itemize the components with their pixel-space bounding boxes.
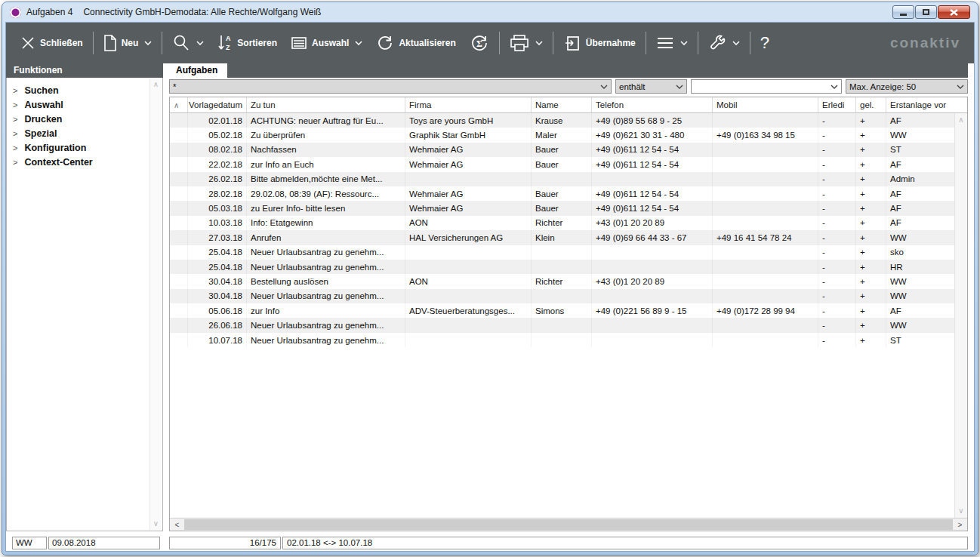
- screen: Aufgaben 4 Connectivity GmbH-Demodata: A…: [0, 0, 980, 557]
- table-row[interactable]: 25.04.18 Neuer Urlaubsantrag zu genehm..…: [170, 245, 954, 260]
- cell-zutun: Neuer Urlaubsantrag zu genehm...: [247, 333, 405, 347]
- horizontal-scroll-thumb[interactable]: [184, 519, 953, 530]
- search-filter-combo[interactable]: *: [169, 79, 612, 94]
- cell-firma: Toys are yours GmbH: [405, 113, 532, 128]
- sort-button[interactable]: AZ Sortieren: [211, 34, 284, 52]
- sidebar-scrollbar[interactable]: ∧ ∨: [149, 78, 162, 530]
- table-horizontal-scrollbar[interactable]: < >: [170, 518, 967, 531]
- scroll-up-icon[interactable]: ∧: [958, 116, 963, 124]
- column-header-mobil[interactable]: Mobil: [713, 97, 818, 112]
- cell-spacer: [170, 216, 188, 230]
- maximize-button[interactable]: [915, 5, 937, 19]
- sidebar-item-spezial[interactable]: > Spezial: [13, 126, 162, 140]
- table-row[interactable]: 08.02.18 Nachfassen Wehmaier AG Bauer +4…: [170, 143, 954, 157]
- cell-name: Bauer: [532, 201, 592, 215]
- takeover-button[interactable]: Übernahme: [556, 34, 643, 52]
- tab-aufgaben[interactable]: Aufgaben: [169, 63, 227, 78]
- minimize-button[interactable]: [892, 5, 914, 19]
- operator-combo[interactable]: enthält: [615, 79, 687, 94]
- cell-name: [532, 318, 592, 332]
- cell-firma: [405, 260, 532, 274]
- column-header-firma[interactable]: Firma: [405, 97, 532, 112]
- table-row[interactable]: 05.03.18 zu Eurer Info- bitte lesen Wehm…: [170, 201, 954, 215]
- cell-zutun: Neuer Urlaubsantrag zu genehm...: [247, 260, 405, 274]
- table-row[interactable]: 26.06.18 Neuer Urlaubsantrag zu genehm..…: [170, 318, 954, 332]
- sum-refresh-button[interactable]: Σ: [463, 33, 496, 53]
- column-header-gelesen[interactable]: gel.: [856, 97, 886, 112]
- column-header-name[interactable]: Name: [532, 97, 592, 112]
- sidebar-item-context-center[interactable]: > Context-Center: [13, 155, 162, 169]
- sidebar-item-drucken[interactable]: > Drucken: [13, 112, 162, 126]
- cell-firma: Wehmaier AG: [405, 143, 532, 157]
- sidebar-header: Funktionen: [6, 63, 163, 78]
- scroll-right-icon[interactable]: >: [953, 519, 967, 531]
- app-icon: [10, 7, 21, 18]
- cell-spacer: [170, 289, 188, 303]
- column-header-zutun[interactable]: Zu tun: [247, 97, 405, 112]
- table-vertical-scrollbar[interactable]: ∧ ∨: [954, 113, 967, 518]
- menu-button[interactable]: [649, 36, 695, 50]
- cell-firma: ADV-Steuerberatungsges...: [405, 303, 532, 318]
- selection-button[interactable]: Auswahl: [284, 35, 369, 51]
- filter-value-combo[interactable]: [691, 79, 842, 94]
- conaktiv-logo: conaktiv: [890, 35, 966, 51]
- table-row[interactable]: 27.03.18 Anrufen HAL Versicherungen AG K…: [170, 230, 954, 245]
- cell-firma: Wehmaier AG: [405, 157, 532, 171]
- column-header-telefon[interactable]: Telefon: [592, 97, 713, 112]
- scroll-left-icon[interactable]: <: [170, 519, 184, 531]
- printer-icon: [510, 34, 529, 52]
- max-display-combo[interactable]: Max. Anzeige: 50: [846, 79, 968, 94]
- cell-erledigt: -: [818, 303, 856, 318]
- cell-vorlagedatum: 22.02.18: [188, 157, 247, 171]
- tools-button[interactable]: [701, 34, 747, 52]
- chevron-right-icon: >: [13, 100, 17, 109]
- table-row[interactable]: 22.02.18 zur Info an Euch Wehmaier AG Ba…: [170, 157, 954, 171]
- cell-name: Krause: [532, 113, 592, 128]
- sidebar-item-konfiguration[interactable]: > Konfiguration: [13, 140, 162, 155]
- column-header-vorlagedatum[interactable]: Vorlagedatum: [188, 97, 247, 112]
- wrench-icon: [708, 34, 726, 52]
- sidebar-item-suchen[interactable]: > Suchen: [13, 83, 162, 97]
- scroll-up-icon[interactable]: ∧: [153, 81, 159, 88]
- new-button[interactable]: Neu: [97, 35, 159, 51]
- table-row[interactable]: 10.03.18 Info: Etatgewinn AON Richter +4…: [170, 216, 954, 230]
- scroll-down-icon[interactable]: ∨: [153, 520, 159, 528]
- close-window-button[interactable]: [938, 5, 970, 19]
- column-header-erledigt[interactable]: Erledi: [818, 97, 856, 112]
- help-button[interactable]: ?: [753, 33, 776, 53]
- search-button[interactable]: [165, 34, 211, 52]
- menu-icon: [656, 36, 674, 50]
- date-field[interactable]: 09.08.2018: [48, 537, 160, 549]
- column-header-erstanlage[interactable]: Erstanlage vor: [886, 97, 967, 112]
- table-row[interactable]: 28.02.18 29.02.08, 08:39 (AF): Ressourc.…: [170, 186, 954, 201]
- sidebar-panel: > Suchen > Auswahl > Drucken > Spezial >…: [6, 78, 163, 531]
- table-row[interactable]: 10.07.18 Neuer Urlaubsantrag zu genehm..…: [170, 333, 954, 347]
- toolbar-separator: [750, 32, 750, 54]
- cell-telefon: +49 (0)611 12 54 - 54: [592, 143, 713, 157]
- table-row[interactable]: 25.04.18 Neuer Urlaubsantrag zu genehm..…: [170, 260, 954, 274]
- user-field[interactable]: WW: [12, 537, 47, 549]
- cell-erledigt: -: [818, 216, 856, 230]
- close-button[interactable]: Schließen: [14, 35, 90, 51]
- sidebar-item-auswahl[interactable]: > Auswahl: [13, 97, 162, 112]
- sort-indicator-header[interactable]: ∧: [170, 97, 188, 112]
- table-row[interactable]: 02.01.18 ACHTUNG: neuer Auftrag für Eu..…: [170, 113, 954, 128]
- status-row: 16/175 02.01.18 <-> 10.07.18: [169, 531, 968, 551]
- table-row[interactable]: 05.02.18 Zu überprüfen Graphik Star GmbH…: [170, 128, 954, 142]
- filter-row: * enthält Max. Anzeige: 50: [169, 78, 968, 94]
- print-button[interactable]: [503, 34, 550, 52]
- table-row[interactable]: 30.04.18 Neuer Urlaubsantrag zu genehm..…: [170, 289, 954, 303]
- titlebar[interactable]: Aufgaben 4 Connectivity GmbH-Demodata: A…: [5, 2, 975, 22]
- table-row[interactable]: 05.06.18 zur Info ADV-Steuerberatungsges…: [170, 303, 954, 318]
- sort-az-icon: AZ: [217, 34, 233, 52]
- cell-erstanlage: AF: [886, 113, 954, 128]
- cell-spacer: [170, 333, 188, 347]
- table-row[interactable]: 30.04.18 Bestellung auslösen AON Richter…: [170, 274, 954, 288]
- cell-firma: Wehmaier AG: [405, 186, 532, 201]
- table-row[interactable]: 26.02.18 Bitte abmelden,möchte eine Met.…: [170, 172, 954, 186]
- refresh-button[interactable]: Aktualisieren: [369, 34, 462, 52]
- scroll-down-icon[interactable]: ∨: [958, 507, 963, 515]
- sidebar-item-label: Suchen: [24, 85, 58, 96]
- cell-name: Klein: [532, 230, 592, 245]
- chevron-down-icon: [732, 41, 740, 45]
